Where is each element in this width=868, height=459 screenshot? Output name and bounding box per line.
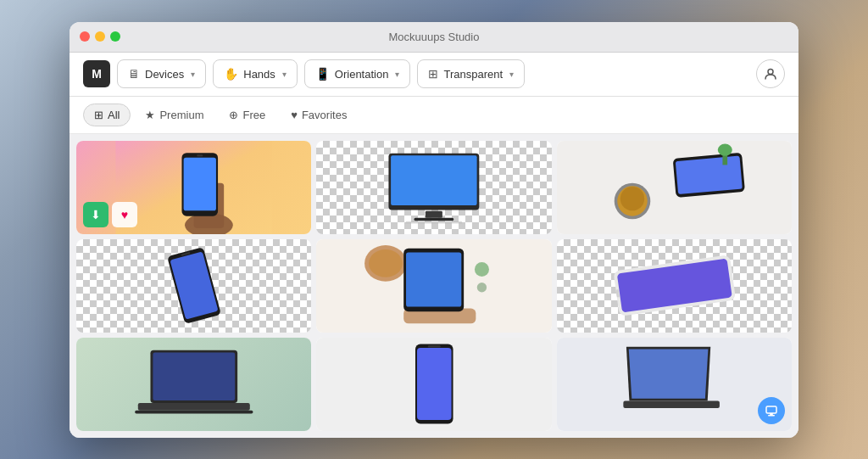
filter-all[interactable]: ⊞ All [83,104,131,126]
grid-icon: ⊞ [428,67,438,81]
phone-landscape-mockup [569,253,781,318]
user-button[interactable] [756,59,785,88]
phone-coffee-mockup [557,141,792,234]
item-bg-5 [316,239,551,333]
chevron-down-icon-2: ▾ [282,70,287,79]
svg-rect-35 [153,352,235,400]
favorite-button-1[interactable]: ♥ [112,202,137,227]
svg-point-19 [717,143,732,155]
chevron-down-icon-3: ▾ [395,70,399,79]
item-bg-9 [557,338,792,431]
item-bg-3 [557,141,792,234]
phone-icon: 📱 [315,67,330,81]
svg-rect-5 [184,157,216,210]
filter-all-label: All [108,109,120,121]
svg-point-25 [369,249,403,277]
svg-rect-21 [170,251,218,319]
svg-rect-36 [138,403,250,411]
svg-rect-44 [623,400,720,408]
svg-point-0 [768,70,773,75]
minimize-button[interactable] [95,31,105,42]
screen-icon [765,405,777,417]
svg-point-30 [477,283,487,292]
grid-item-9[interactable] [557,338,792,431]
chevron-down-icon-4: ▾ [509,70,514,79]
grid-item-1[interactable]: ⬇ ♥ [76,141,311,234]
toolbar: M 🖥 Devices ▾ ✋ Hands ▾ 📱 Orientation ▾ … [70,53,798,97]
grid-item-6[interactable] [557,239,792,333]
orientation-dropdown[interactable]: 📱 Orientation ▾ [304,59,411,88]
laptop-mockup-7 [88,347,300,422]
user-icon [764,67,777,81]
hands-label: Hands [243,68,275,81]
grid-item-2[interactable] [316,141,551,234]
monitor-icon: 🖥 [128,67,140,81]
filter-bar: ⊞ All ★ Premium ⊕ Free ♥ Favorites [70,97,798,134]
grid-item-3[interactable] [557,141,792,234]
grid-all-icon: ⊞ [94,109,103,121]
item-bg-6 [557,239,792,333]
filter-premium-label: Premium [159,109,203,121]
svg-rect-47 [768,415,775,417]
tablet-hand-mockup [316,239,551,333]
chevron-down-icon: ▾ [191,70,195,79]
mockup-grid-area: ⬇ ♥ [70,134,798,438]
svg-rect-8 [391,155,477,205]
grid-item-8[interactable] [316,338,551,431]
svg-point-29 [475,261,489,276]
transparent-dropdown[interactable]: ⊞ Transparent ▾ [417,59,525,88]
svg-rect-28 [406,252,461,306]
traffic-lights [80,31,120,42]
monitor-mockup [334,148,534,227]
item-bg-8 [316,338,551,431]
svg-rect-17 [675,155,742,194]
svg-rect-9 [426,211,442,218]
mockup-grid: ⬇ ♥ [76,141,792,431]
hands-dropdown[interactable]: ✋ Hands ▾ [213,59,298,88]
filter-premium[interactable]: ★ Premium [134,104,214,126]
filter-free[interactable]: ⊕ Free [218,104,276,126]
svg-rect-10 [415,218,454,221]
filter-favorites[interactable]: ♥ Favorites [280,104,358,126]
heart-icon: ♥ [291,109,298,121]
download-button-1[interactable]: ⬇ [83,202,108,227]
phone-upright-mockup [370,342,499,426]
grid-item-4[interactable] [76,239,311,333]
svg-rect-40 [428,345,441,347]
orientation-label: Orientation [335,68,389,81]
logo-button[interactable]: M [83,60,110,87]
grid-item-5[interactable] [316,239,551,333]
item-bg-7 [76,338,311,431]
svg-rect-37 [135,410,253,413]
laptop-desk-mockup [557,338,792,431]
svg-point-15 [620,186,643,210]
maximize-button[interactable] [110,31,120,42]
window-title: Mockuuups Studio [389,31,480,43]
devices-label: Devices [145,68,184,81]
hand-icon: ✋ [224,67,238,81]
item-bg-2 [316,141,551,234]
close-button[interactable] [80,31,90,42]
devices-dropdown[interactable]: 🖥 Devices ▾ [117,59,206,88]
circle-plus-icon: ⊕ [229,109,238,121]
svg-rect-6 [197,154,203,156]
title-bar: Mockuuups Studio [70,22,798,53]
app-window: Mockuuups Studio M 🖥 Devices ▾ ✋ Hands ▾… [70,22,798,438]
star-icon: ★ [145,109,155,121]
phone-tilted-mockup [106,243,282,327]
float-action-button[interactable] [758,397,785,424]
item-bg-4 [76,239,311,333]
transparent-label: Transparent [443,68,503,81]
filter-favorites-label: Favorites [302,109,347,121]
svg-marker-43 [628,349,708,398]
item-actions-1: ⬇ ♥ [83,202,137,227]
filter-free-label: Free [242,109,265,121]
svg-rect-32 [616,259,732,313]
svg-rect-45 [766,406,776,413]
svg-rect-39 [417,348,452,420]
svg-rect-11 [406,221,463,224]
grid-item-7[interactable] [76,338,311,431]
svg-rect-46 [770,413,773,415]
